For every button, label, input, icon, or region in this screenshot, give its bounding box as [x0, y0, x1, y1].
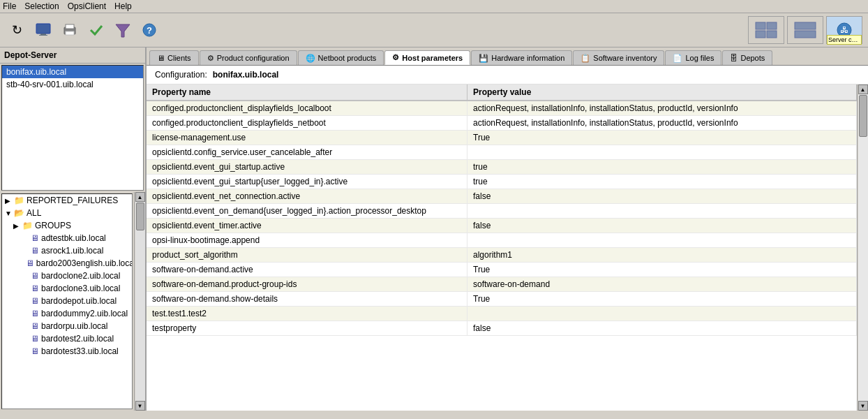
cell-value-15: false — [467, 321, 857, 335]
table-scroll-thumb[interactable] — [859, 95, 867, 137]
tab-hardware[interactable]: 💾 Hardware information — [471, 50, 572, 65]
scroll-track[interactable] — [135, 202, 145, 401]
table-scroll-track[interactable] — [858, 94, 868, 401]
cell-name-1: configed.productonclient_displayfields_n… — [147, 116, 467, 130]
table-row[interactable]: opsi-linux-bootimage.append — [147, 233, 857, 248]
tree-item-reported[interactable]: ▶ 📁 REPORTED_FAILURES — [2, 194, 132, 207]
table-scroll-down[interactable]: ▼ — [858, 401, 868, 411]
table-row[interactable]: opsiclientd.event_on_demand{user_logged_… — [147, 204, 857, 219]
toggle-groups[interactable]: ▶ — [13, 222, 20, 230]
tree-item-12[interactable]: 🖥 bardotest33.uib.local — [19, 345, 132, 358]
cell-name-10: product_sort_algorithm — [147, 248, 467, 262]
table-body[interactable]: configed.productonclient_displayfields_l… — [147, 101, 857, 411]
tree-label-6: bardoclone2.uib.local — [41, 271, 120, 281]
cell-name-4: opsiclientd.event_gui_startup.active — [147, 160, 467, 174]
menu-help[interactable]: Help — [114, 1, 132, 11]
cell-name-11: software-on-demand.active — [147, 263, 467, 277]
tab-netboot-label: Netboot products — [318, 54, 377, 62]
layout-button-2[interactable] — [787, 16, 823, 44]
main-container: Depot-Server bonifax.uib.local stb-40-sr… — [0, 47, 868, 411]
tree-item-9[interactable]: 🖥 bardodummy2.uib.local — [19, 307, 132, 320]
tree-item-3[interactable]: 🖥 adtestbk.uib.local — [19, 232, 132, 244]
tab-product-config[interactable]: ⚙ Product configuration — [200, 50, 297, 65]
scroll-down[interactable]: ▼ — [135, 401, 145, 411]
print-button[interactable] — [59, 19, 81, 41]
config-label: Configuration: — [155, 70, 207, 80]
tree-item-6[interactable]: 🖥 bardoclone2.uib.local — [19, 270, 132, 282]
table-row[interactable]: test.test1.test2 — [147, 307, 857, 321]
tree-item-5[interactable]: 🖥 bardo2003english.uib.local — [19, 257, 132, 270]
layout-button-1[interactable] — [748, 16, 784, 44]
svg-rect-9 — [756, 22, 765, 29]
help-button[interactable]: ? — [138, 19, 160, 41]
svg-rect-2 — [39, 35, 47, 36]
refresh-button[interactable]: ↻ — [6, 19, 28, 41]
cell-name-5: opsiclientd.event_gui_startup{user_logge… — [147, 175, 467, 189]
tab-clients[interactable]: 🖥 Clients — [149, 50, 199, 65]
table-row[interactable]: product_sort_algorithm algorithm1 — [147, 248, 857, 263]
tab-software-label: Software inventory — [593, 54, 657, 62]
depot-item-0[interactable]: bonifax.uib.local — [2, 66, 143, 78]
tree-label-8: bardodepot.uib.local — [41, 296, 117, 306]
table-row[interactable]: software-on-demand.show-details True — [147, 292, 857, 307]
check-button[interactable] — [85, 19, 107, 41]
tab-host-params-label: Host parameters — [402, 54, 463, 62]
menu-opsiclient[interactable]: OpsiClient — [68, 1, 106, 11]
header-property-name: Property name — [147, 84, 467, 100]
table-row[interactable]: configed.productonclient_displayfields_l… — [147, 101, 857, 116]
toggle-3 — [22, 235, 29, 242]
tree-label-all: ALL — [27, 208, 41, 218]
tree-item-10[interactable]: 🖥 bardorpu.uib.local — [19, 320, 132, 332]
tab-software[interactable]: 📋 Software inventory — [573, 50, 664, 65]
filter-button[interactable] — [112, 19, 134, 41]
scroll-thumb[interactable] — [136, 203, 144, 230]
table-row[interactable]: license-management.use True — [147, 131, 857, 145]
computer-icon-11: 🖥 — [31, 334, 39, 344]
table-scrollbar[interactable]: ▲ ▼ — [857, 84, 868, 411]
cell-value-2: True — [467, 131, 857, 145]
table-row[interactable]: configed.productonclient_displayfields_n… — [147, 116, 857, 131]
table-row[interactable]: software-on-demand.active True — [147, 263, 857, 277]
depot-item-1[interactable]: stb-40-srv-001.uib.local — [2, 78, 143, 91]
tree-item-8[interactable]: 🖥 bardodepot.uib.local — [19, 295, 132, 307]
toggle-reported[interactable]: ▶ — [5, 197, 12, 205]
cell-name-8: opsiclientd.event_timer.active — [147, 219, 467, 233]
cell-value-14 — [467, 307, 857, 321]
table-scroll-up[interactable]: ▲ — [858, 84, 868, 94]
tree-label-11: bardotest2.uib.local — [41, 334, 114, 344]
tree-item-all[interactable]: ▼ 📂 ALL — [2, 207, 132, 219]
table-row[interactable]: opsiclientd.config_service.user_cancelab… — [147, 145, 857, 160]
tree-panel[interactable]: ▶ 📁 REPORTED_FAILURES ▼ 📂 ALL ▶ 📁 GROUPS — [1, 193, 133, 409]
client-button[interactable] — [32, 19, 54, 41]
table-row[interactable]: testproperty false — [147, 321, 857, 336]
tree-item-7[interactable]: 🖥 bardoclone3.uib.local — [19, 282, 132, 295]
table-row[interactable]: software-on-demand.product-group-ids sof… — [147, 277, 857, 292]
table-row[interactable]: opsiclientd.event_timer.active false — [147, 219, 857, 233]
svg-marker-6 — [116, 24, 130, 37]
menu-file[interactable]: File — [3, 1, 16, 11]
tab-clients-label: Clients — [167, 54, 191, 62]
tab-netboot[interactable]: 🌐 Netboot products — [298, 50, 384, 65]
table-row[interactable]: opsiclientd.event_gui_startup.active tru… — [147, 160, 857, 175]
tab-host-params[interactable]: ⚙ Host parameters — [384, 50, 470, 65]
tree-item-11[interactable]: 🖥 bardotest2.uib.local — [19, 332, 132, 345]
tab-depots[interactable]: 🗄 Depots — [722, 50, 772, 65]
depot-header: Depot-Server — [0, 47, 145, 64]
right-panel: 🖥 Clients ⚙ Product configuration 🌐 Netb… — [147, 47, 868, 411]
scroll-up[interactable]: ▲ — [135, 192, 145, 202]
toggle-12 — [22, 348, 29, 355]
tree-item-groups[interactable]: ▶ 📁 GROUPS — [10, 219, 132, 232]
clients-icon: 🖥 — [157, 54, 165, 62]
server-config-button[interactable]: 🖧 Server configuratio... — [826, 16, 862, 44]
toggle-7 — [22, 285, 29, 293]
tab-logs[interactable]: 📄 Log files — [665, 50, 721, 65]
computer-icon-9: 🖥 — [31, 309, 39, 318]
tree-item-4[interactable]: 🖥 asrock1.uib.local — [19, 244, 132, 257]
table-row[interactable]: opsiclientd.event_net_connection.active … — [147, 189, 857, 204]
toggle-all[interactable]: ▼ — [5, 210, 12, 217]
tree-scrollbar[interactable]: ▲ ▼ — [134, 192, 145, 411]
table-row[interactable]: opsiclientd.event_gui_startup{user_logge… — [147, 175, 857, 189]
depot-list[interactable]: bonifax.uib.local stb-40-srv-001.uib.loc… — [1, 65, 144, 191]
cell-value-5: true — [467, 175, 857, 189]
menu-selection[interactable]: Selection — [24, 1, 59, 11]
